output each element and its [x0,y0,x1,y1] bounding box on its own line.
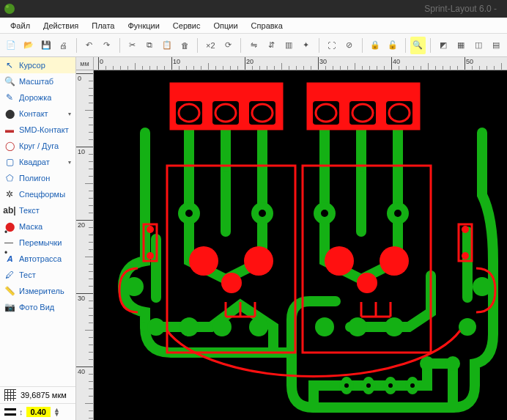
tool-track[interactable]: ✎Дорожка [0,89,75,106]
menu-опции[interactable]: Опции [208,19,244,32]
rect-icon: ▢ [4,157,15,167]
track-width-value: 0.40 [26,407,51,417]
pad-icon: ⬤ [4,108,15,119]
toolbar-separator [362,38,363,53]
ruler-horizontal: 0102030405060 [94,57,507,70]
toolbar-show-grid-button[interactable]: ▦ [453,37,469,54]
toolbar-new-button[interactable]: 📄 [3,37,19,54]
ruler-unit-label: мм [76,57,94,70]
tool-text[interactable]: ab|Текст [0,202,75,218]
svg-point-67 [357,273,377,293]
toolbar-remove-connections-button[interactable]: ⊘ [341,37,358,54]
svg-point-45 [394,210,401,217]
tool-pad[interactable]: ⬤Контакт▾ [0,106,75,122]
toolbar-redo-button[interactable]: ↷ [99,37,115,54]
toolbar-separator [240,38,241,53]
toolbar-group-button[interactable]: ⛶ [324,37,340,54]
toolbar-print-button[interactable]: 🖨 [56,37,72,54]
cursor-icon: ↖ [4,60,15,70]
toolbar-duplicate-button[interactable]: ×2 [202,37,218,54]
tool-photoview[interactable]: 📷Фото Вид [0,299,75,315]
tool-sidebar: ↖Курсор🔍Масштаб✎Дорожка⬤Контакт▾▬SMD-Кон… [0,57,76,420]
svg-point-63 [244,246,273,276]
menu-функции[interactable]: Функции [122,19,165,32]
svg-point-35 [445,356,460,371]
track-width-icon [4,408,16,416]
toolbar-save-button[interactable]: 💾 [38,37,54,54]
menu-справка[interactable]: Справка [245,19,289,32]
toolbar-mirror-h-button[interactable]: ⇋ [245,37,262,54]
tool-label: Квадрат [19,158,50,166]
tool-label: Масштаб [19,77,53,86]
svg-point-47 [366,383,371,388]
toolbar-unlock-button[interactable]: 🔓 [385,37,401,54]
svg-point-23 [315,317,334,336]
tool-zoom[interactable]: 🔍Масштаб [0,73,75,89]
smd-icon: ▬ [4,125,15,135]
tool-test[interactable]: 🖊Тест [0,267,75,283]
toolbar-open-button[interactable]: 📂 [21,37,37,54]
autoroute-icon: 𝘼 [4,254,15,264]
tool-label: Контакт [19,109,48,118]
toolbar-transparent-button[interactable]: ◩ [435,37,451,54]
toolbar-measure-button[interactable]: ◫ [470,37,486,54]
grid-size-display[interactable]: 39,6875 мкм [0,386,75,403]
tool-autoroute[interactable]: 𝘼Автотрасса [0,251,75,267]
pcb-drawing [94,70,507,420]
chevron-down-icon: ▾ [68,159,71,166]
menu-файл[interactable]: Файл [4,19,36,32]
toolbar-separator [405,38,406,53]
tool-label: Спецформы [19,190,65,199]
svg-point-29 [473,277,492,296]
menu-сервис[interactable]: Сервис [167,19,207,32]
svg-point-20 [180,317,199,336]
tool-special[interactable]: ✲Спецформы [0,186,75,202]
tool-label: Автотрасса [19,254,62,263]
toolbar-mirror-v-button[interactable]: ⇵ [263,37,279,54]
text-icon: ab| [4,205,15,215]
toolbar-zoom-button[interactable]: 🔍 [410,37,426,54]
toolbar-delete-button[interactable]: 🗑 [177,37,193,54]
tool-polygon[interactable]: ⬠Полигон [0,170,75,186]
grid-icon [4,389,16,401]
tool-label: Курсор [19,61,45,70]
pcb-canvas[interactable] [94,70,507,420]
circle-icon: ◯ [4,141,15,151]
svg-point-28 [125,277,144,296]
tool-label: Круг / Дуга [19,141,59,150]
menu-плата[interactable]: Плата [86,19,120,32]
zoom-icon: 🔍 [4,76,15,86]
track-width-display[interactable]: ↕ 0.40 ▲▼ [0,403,75,420]
tool-label: Перемычки [19,238,62,247]
toolbar-rotate-button[interactable]: ⟳ [220,37,236,54]
toolbar-copy-button[interactable]: ⧉ [142,37,158,54]
toolbar-layers-button[interactable]: ▤ [488,37,504,54]
tool-rect[interactable]: ▢Квадрат▾ [0,154,75,170]
svg-point-64 [221,273,242,293]
svg-point-24 [348,317,367,336]
menu-действия[interactable]: Действия [37,19,84,32]
toolbar-cut-button[interactable]: ✂ [125,37,141,54]
svg-point-25 [385,317,404,336]
svg-point-68 [147,226,154,233]
tool-smd[interactable]: ▬SMD-Контакт [0,122,75,138]
toolbar-separator [430,38,431,53]
tool-label: Фото Вид [19,303,54,312]
toolbar-separator [197,38,198,53]
toolbar-separator [76,38,77,53]
toolbar-snap-button[interactable]: ✦ [298,37,314,54]
tool-measure[interactable]: 📏Измеритель [0,283,75,299]
toolbar-lock-button[interactable]: 🔒 [367,37,383,54]
toolbar-undo-button[interactable]: ↶ [81,37,97,54]
track-icon: ✎ [4,92,15,103]
toolbar-paste-button[interactable]: 📋 [159,37,175,54]
toolbar-align-button[interactable]: ▥ [281,37,297,54]
tool-circle[interactable]: ◯Круг / Дуга [0,138,75,154]
menubar: ФайлДействияПлатаФункцииСервисОпцииСправ… [0,18,507,34]
tool-cursor[interactable]: ↖Курсор [0,57,75,73]
svg-point-42 [185,210,193,217]
tool-label: Текст [19,206,40,215]
canvas-area: мм 0102030405060 01020304050 [76,57,507,420]
tool-label: Тест [19,270,36,279]
tool-connections[interactable]: •—•Перемычки [0,235,75,251]
